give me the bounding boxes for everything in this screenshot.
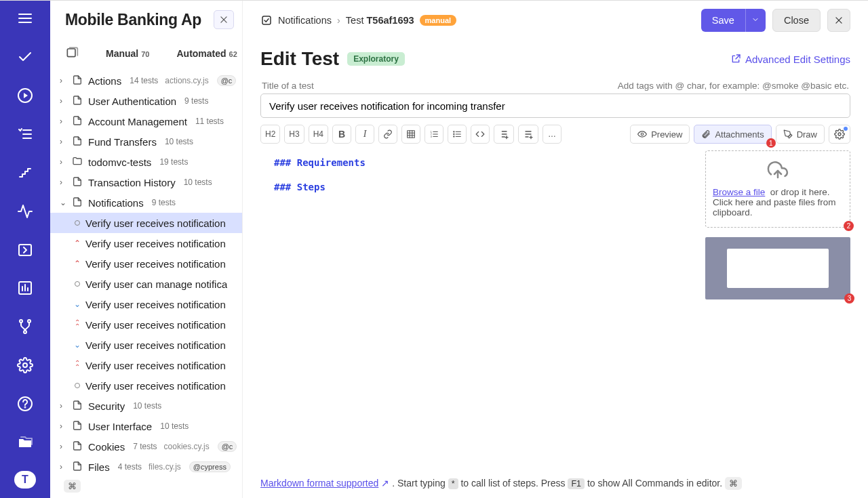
test-row[interactable]: ⌃⌃Verify user receives notification — [50, 355, 242, 375]
draw-button[interactable]: Draw — [776, 125, 825, 144]
test-row[interactable]: ⌃Verify user receives notification — [50, 253, 242, 274]
app-logo[interactable]: T — [14, 471, 36, 489]
layers-icon[interactable] — [65, 45, 79, 61]
svg-marker-4 — [24, 93, 28, 98]
save-button[interactable]: Save — [701, 9, 745, 32]
nav-rail: T — [0, 1, 50, 498]
page-title: Edit Test — [260, 48, 339, 70]
h2-button[interactable]: H2 — [260, 125, 280, 144]
suite-row[interactable]: ›todomvc-tests19 tests — [50, 152, 242, 172]
suite-row[interactable]: ⌄Notifications9 tests — [50, 192, 242, 213]
import-icon[interactable] — [13, 240, 37, 260]
test-row[interactable]: ⌄Verify user receives notification — [50, 294, 242, 314]
thumb-badge: 3 — [844, 293, 854, 304]
pulse-icon[interactable] — [13, 201, 37, 221]
attachments-panel: Browse a file or drop it here. Click her… — [705, 150, 850, 466]
h4-button[interactable]: H4 — [309, 125, 328, 144]
test-tree[interactable]: ›Actions14 testsactions.cy.js@c›User Aut… — [50, 70, 242, 498]
ol-button[interactable]: 123 — [425, 125, 443, 144]
command-key-hint: ⌘ — [64, 480, 81, 493]
close-button[interactable]: Close — [772, 9, 821, 32]
ol-add-button[interactable] — [494, 125, 514, 144]
folders-icon[interactable] — [13, 432, 37, 452]
suite-row[interactable]: ›Account Management11 tests — [50, 111, 242, 131]
test-row[interactable]: Verify user can manage notifica — [50, 274, 242, 294]
suite-row[interactable]: ›User Authentication9 tests — [50, 91, 242, 111]
svg-rect-8 — [19, 245, 31, 255]
breadcrumb: Notifications › Test T56af1693 manual — [260, 14, 456, 26]
help-icon[interactable] — [13, 394, 37, 414]
test-row[interactable]: Verify user receives notification — [50, 213, 242, 233]
suite-row[interactable]: ›User Interface10 tests — [50, 416, 242, 436]
test-row[interactable]: ⌄Verify user receives notification — [50, 335, 242, 355]
test-icon — [260, 14, 273, 26]
svg-point-53 — [838, 133, 841, 136]
svg-text:3: 3 — [431, 136, 432, 138]
svg-point-52 — [641, 133, 644, 136]
suite-row[interactable]: ›Fund Transfers10 tests — [50, 131, 242, 152]
check-icon[interactable] — [13, 47, 37, 67]
browse-file-link[interactable]: Browse a file — [713, 187, 765, 197]
svg-point-39 — [454, 131, 454, 132]
project-title: Mobile Banking Ap — [65, 11, 214, 29]
svg-point-16 — [23, 363, 27, 367]
suite-row[interactable]: ›Actions14 testsactions.cy.js@c — [50, 70, 242, 91]
test-row[interactable]: Verify user receives notification — [50, 375, 242, 396]
suite-row[interactable]: ›Cookies7 testscookies.cy.js@c — [50, 436, 242, 457]
menu-icon[interactable] — [13, 9, 37, 28]
test-row[interactable]: ⌃⌃Verify user receives notification — [50, 314, 242, 335]
more-button[interactable]: … — [542, 125, 561, 144]
table-button[interactable] — [401, 125, 420, 144]
markdown-editor[interactable]: ### Requirements ### Steps — [260, 150, 693, 466]
editor-toolbar: H2 H3 H4 B I 123 … Preview Attachments 1… — [243, 118, 868, 150]
sidebar: Mobile Banking Ap Manual70 Automated62 ›… — [50, 1, 243, 498]
markdown-link[interactable]: Markdown format supported — [260, 478, 378, 489]
settings-icon[interactable] — [13, 356, 37, 375]
advanced-settings-link[interactable]: Advanced Edit Settings — [730, 54, 850, 65]
breadcrumb-suite[interactable]: Notifications — [278, 15, 332, 26]
exploratory-badge: Exploratory — [347, 52, 405, 66]
branch-icon[interactable] — [13, 317, 37, 337]
file-dropzone[interactable]: Browse a file or drop it here. Click her… — [705, 150, 850, 228]
svg-rect-22 — [262, 16, 271, 24]
chart-icon[interactable] — [13, 278, 37, 298]
italic-button[interactable]: I — [355, 125, 374, 144]
svg-rect-25 — [408, 131, 415, 138]
panel-close-button[interactable] — [827, 9, 850, 32]
code-button[interactable] — [471, 125, 490, 144]
suite-row[interactable]: ›Security10 tests — [50, 396, 242, 416]
title-label: Title of a test — [262, 81, 314, 91]
save-dropdown-button[interactable] — [745, 9, 766, 32]
sidebar-close-button[interactable] — [214, 10, 234, 29]
dropzone-badge: 2 — [844, 221, 854, 231]
bold-button[interactable]: B — [332, 125, 351, 144]
attachments-count-badge: 1 — [766, 138, 776, 148]
preview-button[interactable]: Preview — [630, 125, 690, 144]
settings-indicator — [844, 127, 848, 131]
ul-add-button[interactable] — [518, 125, 538, 144]
tab-automated[interactable]: Automated62 — [176, 48, 237, 59]
tags-hint: Add tags with @ char, for example: @smok… — [618, 81, 849, 91]
tab-manual[interactable]: Manual70 — [106, 48, 149, 59]
svg-point-18 — [25, 407, 26, 408]
checklist-icon[interactable] — [13, 125, 37, 144]
test-row[interactable]: ⌃Verify user receives notification — [50, 233, 242, 253]
steps-icon[interactable] — [13, 163, 37, 182]
attachment-thumbnail[interactable]: 3 — [705, 237, 850, 299]
h3-button[interactable]: H3 — [284, 125, 304, 144]
play-icon[interactable] — [13, 86, 37, 106]
upload-icon — [713, 161, 843, 183]
svg-rect-21 — [67, 49, 75, 57]
manual-badge: manual — [420, 15, 457, 26]
test-title-input[interactable] — [260, 94, 850, 118]
command-key-hint: ⌘ — [725, 477, 742, 490]
suite-row[interactable]: ›Files4 testsfiles.cy.js@cypress — [50, 457, 242, 477]
svg-point-41 — [454, 136, 454, 137]
attachments-button[interactable]: Attachments — [694, 125, 771, 144]
suite-row[interactable]: ›Transaction History10 tests — [50, 172, 242, 192]
svg-point-40 — [454, 133, 454, 134]
link-button[interactable] — [378, 125, 397, 144]
ul-button[interactable] — [448, 125, 467, 144]
main-panel: Notifications › Test T56af1693 manual Sa… — [243, 1, 868, 498]
editor-footer: Markdown format supported↗ . Start typin… — [243, 466, 868, 498]
